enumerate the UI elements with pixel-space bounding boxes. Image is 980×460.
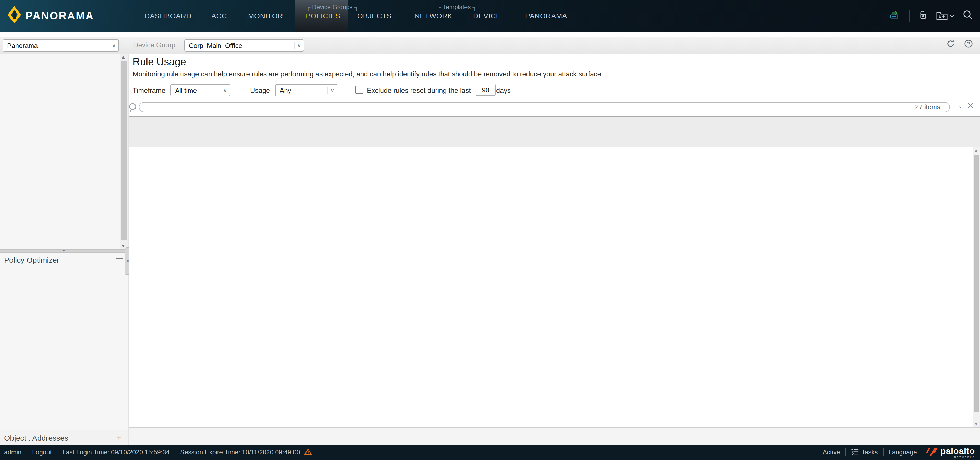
main-panel: Rule Usage Monitoring rule usage can hel… — [129, 54, 980, 445]
policy-optimizer-title: Policy Optimizer — [4, 255, 59, 264]
nav-group-label: Templates — [437, 3, 477, 11]
panorama-logo-icon — [8, 7, 21, 24]
usage-label: Usage — [250, 85, 270, 96]
usage-select[interactable]: Any ∨ — [275, 84, 337, 97]
context-toolbar: Panorama ∨ Device Group Corp_Main_Office… — [0, 37, 980, 54]
refresh-icon[interactable] — [946, 39, 955, 50]
device-group-select[interactable]: Corp_Main_Office ∨ — [184, 39, 304, 51]
tasks-button[interactable]: Tasks — [862, 449, 878, 456]
status-bar: admin Logout Last Login Time: 09/10/2020… — [0, 445, 980, 460]
panorama-app: PANORAMA DASHBOARDACCMONITORPOLICIESOBJE… — [0, 0, 980, 460]
nav-tab-objects[interactable]: OBJECTS — [357, 0, 392, 32]
help-icon[interactable]: ? — [964, 39, 973, 50]
policy-tree — [0, 54, 127, 249]
status-divider — [27, 448, 27, 457]
clear-filter-icon[interactable]: ✕ — [967, 100, 974, 111]
last-login-time: Last Login Time: 09/10/2020 15:59:34 — [62, 449, 170, 456]
context-select[interactable]: Panorama ∨ — [3, 39, 119, 51]
warning-icon[interactable] — [304, 448, 312, 457]
object-addresses-bar[interactable]: Object : Addresses + — [0, 430, 127, 445]
exclude-rules-label: Exclude rules reset during the last — [367, 85, 471, 96]
table-body — [129, 147, 980, 427]
chevron-down-icon: ∨ — [220, 87, 230, 94]
paloalto-logo: paloalto NETWORKS — [925, 446, 975, 458]
panorama-brand: PANORAMA — [8, 7, 94, 24]
timeframe-label: Timeframe — [133, 85, 165, 96]
nav-tab-panorama[interactable]: PANORAMA — [525, 0, 567, 32]
usage-select-value: Any — [275, 86, 327, 94]
device-group-select-value: Corp_Main_Office — [185, 41, 294, 49]
config-folder-icon[interactable] — [936, 11, 955, 21]
nav-tab-acc[interactable]: ACC — [211, 0, 227, 32]
scroll-down-arrow[interactable]: ▼ — [974, 421, 978, 426]
chevron-down-icon — [950, 14, 955, 17]
search-input[interactable] — [139, 102, 950, 112]
days-label: days — [496, 85, 511, 96]
status-divider — [57, 448, 57, 457]
action-bar — [129, 427, 980, 445]
language-button[interactable]: Language — [889, 449, 917, 456]
top-nav: PANORAMA DASHBOARDACCMONITORPOLICIESOBJE… — [0, 0, 980, 32]
tasks-icon — [851, 448, 859, 457]
brand-title: PANORAMA — [25, 10, 94, 22]
table-scrollbar[interactable]: ▲ ▼ — [974, 147, 980, 427]
nav-tab-monitor[interactable]: MONITOR — [248, 0, 283, 32]
timeframe-select[interactable]: All time ∨ — [170, 84, 230, 97]
nav-divider — [908, 10, 910, 22]
nav-group-label: Device Groups — [306, 3, 359, 11]
search-icon — [127, 102, 138, 117]
paloalto-wordmark: paloalto — [940, 446, 975, 455]
paloalto-networks-sub: NETWORKS — [940, 456, 975, 458]
nav-icons — [889, 0, 973, 32]
object-addresses-label: Object : Addresses — [4, 430, 68, 445]
chevron-down-icon: ∨ — [327, 87, 337, 94]
logged-in-user: admin — [4, 449, 21, 456]
ha-state: Active — [823, 449, 840, 456]
session-expire-time: Session Expire Time: 10/11/2020 09:49:00 — [180, 449, 300, 456]
table-header — [129, 116, 980, 147]
scroll-up-arrow[interactable]: ▲ — [974, 148, 978, 153]
plus-icon[interactable]: + — [116, 430, 121, 445]
lock-icon[interactable] — [918, 10, 928, 22]
status-divider — [845, 448, 846, 457]
sidebar: ▲ ▼ ▼ Policy Optimizer — Object : Addres… — [0, 54, 127, 445]
paloalto-icon — [925, 446, 939, 458]
commit-icon[interactable] — [889, 10, 900, 21]
search-icon[interactable] — [963, 10, 973, 22]
accent-bar — [0, 32, 980, 37]
exclude-days-input[interactable] — [476, 84, 496, 96]
device-group-label: Device Group — [133, 41, 175, 49]
tree-scrollbar[interactable]: ▲ ▼ — [121, 54, 127, 249]
status-right: Active Tasks Language paloalto NETWORKS — [823, 445, 975, 460]
table-scrollbar-thumb[interactable] — [974, 154, 980, 412]
status-divider — [175, 448, 175, 457]
minimize-icon[interactable]: — — [115, 254, 124, 262]
scroll-down-arrow[interactable]: ▼ — [121, 243, 126, 248]
timeframe-select-value: All time — [171, 86, 220, 94]
sidebar-splitter[interactable]: ▼ — [0, 249, 127, 253]
context-select-value: Panorama — [3, 41, 109, 49]
toolbar-icons: ? — [946, 39, 973, 50]
scroll-up-arrow[interactable]: ▲ — [121, 55, 126, 60]
page-description: Monitoring rule usage can help ensure ru… — [133, 70, 603, 78]
nav-tab-device[interactable]: DEVICE — [473, 0, 501, 32]
page-title: Rule Usage — [133, 56, 186, 68]
exclude-rules-checkbox[interactable] — [355, 86, 363, 94]
tree-scrollbar-thumb[interactable] — [121, 61, 127, 240]
items-count-badge: 27 items — [915, 103, 940, 111]
chevron-down-icon: ∨ — [109, 42, 118, 49]
status-divider — [883, 448, 883, 457]
nav-tab-dashboard[interactable]: DASHBOARD — [145, 0, 192, 32]
apply-filter-arrow-icon[interactable]: → — [954, 101, 963, 111]
logout-link[interactable]: Logout — [32, 449, 52, 456]
chevron-down-icon: ∨ — [294, 42, 304, 49]
svg-text:?: ? — [967, 41, 970, 46]
screen: PANORAMA DASHBOARDACCMONITORPOLICIESOBJE… — [0, 0, 980, 460]
